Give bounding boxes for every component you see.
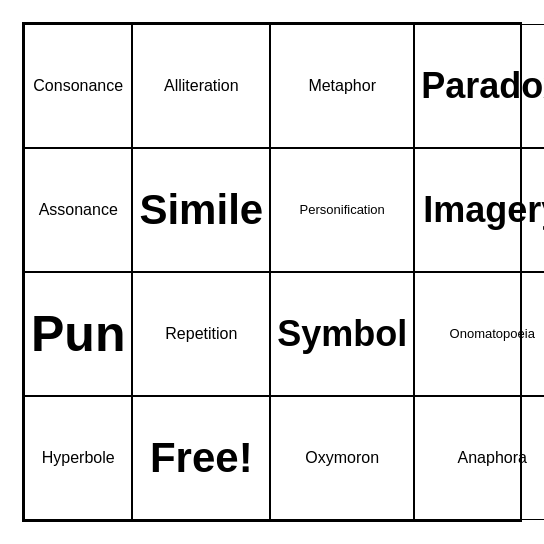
bingo-cell-6: Personification: [270, 148, 414, 272]
cell-text-5: Simile: [139, 185, 263, 235]
cell-text-2: Metaphor: [308, 76, 376, 95]
bingo-cell-8: Pun: [24, 272, 132, 396]
bingo-cell-1: Alliteration: [132, 24, 270, 148]
cell-text-3: Paradox: [421, 64, 544, 107]
cell-text-11: Onomatopoeia: [450, 326, 535, 342]
cell-text-9: Repetition: [165, 324, 237, 343]
bingo-cell-4: Assonance: [24, 148, 132, 272]
cell-text-15: Anaphora: [458, 448, 527, 467]
cell-text-13: Free!: [150, 433, 253, 483]
bingo-cell-14: Oxymoron: [270, 396, 414, 520]
cell-text-7: Imagery: [423, 188, 544, 231]
cell-text-1: Alliteration: [164, 76, 239, 95]
bingo-cell-0: Consonance: [24, 24, 132, 148]
cell-text-4: Assonance: [39, 200, 118, 219]
cell-text-6: Personification: [300, 202, 385, 218]
bingo-card: ConsonanceAlliterationMetaphorParadoxAss…: [22, 22, 522, 522]
bingo-cell-13: Free!: [132, 396, 270, 520]
cell-text-14: Oxymoron: [305, 448, 379, 467]
bingo-cell-7: Imagery: [414, 148, 544, 272]
bingo-cell-15: Anaphora: [414, 396, 544, 520]
cell-text-8: Pun: [31, 304, 125, 364]
bingo-cell-10: Symbol: [270, 272, 414, 396]
bingo-cell-9: Repetition: [132, 272, 270, 396]
cell-text-10: Symbol: [277, 312, 407, 355]
bingo-cell-2: Metaphor: [270, 24, 414, 148]
bingo-cell-11: Onomatopoeia: [414, 272, 544, 396]
cell-text-12: Hyperbole: [42, 448, 115, 467]
bingo-cell-3: Paradox: [414, 24, 544, 148]
bingo-cell-5: Simile: [132, 148, 270, 272]
cell-text-0: Consonance: [33, 76, 123, 95]
bingo-cell-12: Hyperbole: [24, 396, 132, 520]
